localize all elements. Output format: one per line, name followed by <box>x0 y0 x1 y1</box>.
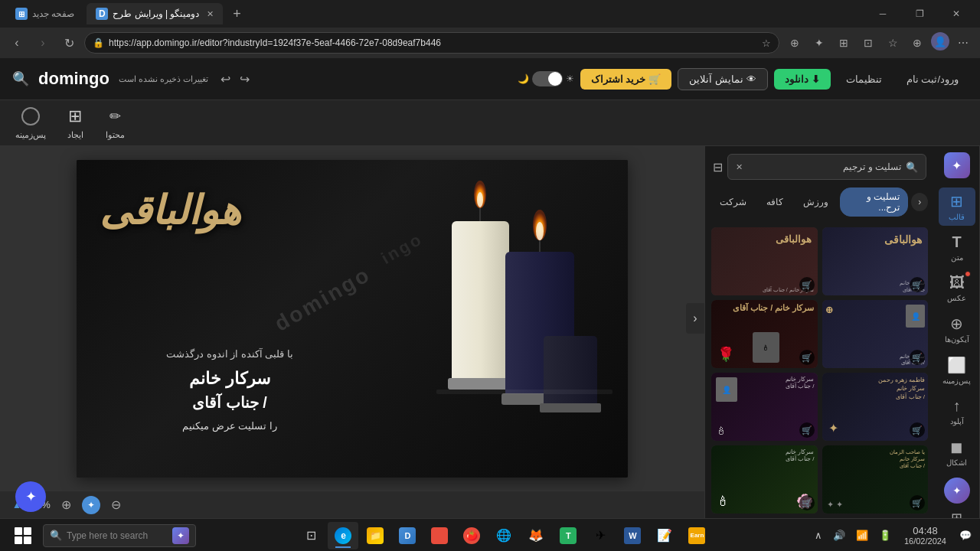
template-search-input[interactable] <box>747 161 901 172</box>
back-button[interactable]: ‹ <box>6 32 28 54</box>
tab-cafe[interactable]: کافه <box>758 193 792 211</box>
forward-button[interactable]: › <box>32 32 54 54</box>
copilot-icon[interactable]: ✦ <box>172 527 189 544</box>
undo-button[interactable]: ↩ <box>217 70 234 88</box>
sidebar-item-shapes[interactable]: ◼ اشکال <box>939 433 975 471</box>
ai-icon-top[interactable]: ✦ <box>944 152 970 178</box>
template-card-3[interactable]: 👤 سرکار خانم/جناب آقای ⊕ 🛒 <box>822 300 929 368</box>
cart-icon-2[interactable]: 🛒 <box>799 277 815 292</box>
tab-company[interactable]: شرکت <box>711 193 755 211</box>
extension-icon-5[interactable]: ☆ <box>882 32 903 54</box>
address-bar[interactable]: 🔒 https://app.domingo.ir/editor?industry… <box>84 32 779 54</box>
sidebar-item-icons[interactable]: ⊕ آیکون‌ها <box>939 310 975 348</box>
settings-button[interactable]: تنظیمات <box>837 69 891 90</box>
browser-tab-new[interactable]: ⊞ صفحه جدید <box>6 3 83 24</box>
taskbar-app-orange[interactable] <box>424 522 455 549</box>
taskbar-app-taskview[interactable]: ⊡ <box>296 522 326 549</box>
tab-close-icon[interactable]: ✕ <box>207 9 214 19</box>
explorer-icon: 📁 <box>367 527 384 544</box>
taskbar-app-green[interactable]: T <box>553 522 583 549</box>
browser-tab-active[interactable]: D دومینگو | ویرایش طرح ✕ <box>87 3 223 24</box>
taskbar-app-chrome[interactable]: 🌐 <box>488 522 519 549</box>
bookmark-icon[interactable]: ☆ <box>762 37 771 49</box>
windows-icon <box>15 527 31 544</box>
more-menu-button[interactable]: ⋯ <box>952 32 974 54</box>
theme-toggle[interactable]: 🌙 ☀ <box>518 71 574 86</box>
extension-icon-1[interactable]: ⊕ <box>784 32 805 54</box>
sidebar-item-background[interactable]: ⬜ پس‌زمینه <box>939 351 975 390</box>
cart-icon-5[interactable]: 🛒 <box>910 422 925 438</box>
domingo-icon: D <box>399 527 416 544</box>
taskbar-app-ff[interactable]: 🦊 <box>521 522 551 549</box>
content-tool[interactable]: ✏ محتوا <box>104 106 126 140</box>
zoom-in-button[interactable]: ⊕ <box>57 496 76 514</box>
tray-network[interactable]: 📶 <box>854 528 871 543</box>
taskbar-app-earn[interactable]: Earn <box>681 522 712 549</box>
canvas-container[interactable]: › <box>0 146 704 491</box>
download-button[interactable]: ⬇ دانلود <box>774 69 831 90</box>
tray-expand[interactable]: ∧ <box>812 528 825 543</box>
cart-icon-8[interactable]: 🛒 <box>799 495 815 510</box>
sidebar-item-template[interactable]: ⊞ قالب <box>939 187 975 226</box>
active-tab-icon: D <box>96 8 108 20</box>
taskbar-app-telegram[interactable]: ✈ <box>585 522 616 549</box>
maximize-button[interactable]: ❐ <box>902 2 937 25</box>
redo-button[interactable]: ↪ <box>237 70 253 88</box>
extension-icon-6[interactable]: ⊕ <box>906 32 928 54</box>
minimize-button[interactable]: ─ <box>865 2 900 25</box>
cart-icon-3[interactable]: 🛒 <box>910 350 925 365</box>
cart-icon-6[interactable]: 🛒 <box>799 422 815 438</box>
sidebar-item-avatar[interactable]: ✦ <box>944 478 970 504</box>
zoom-out-button[interactable]: ⊖ <box>106 496 126 514</box>
close-button[interactable]: ✕ <box>939 2 974 25</box>
tab-sport[interactable]: ورزش <box>795 193 837 211</box>
new-tab-icon: ⊞ <box>15 8 28 20</box>
cart-icon-1[interactable]: 🛒 <box>910 277 925 292</box>
template-card-4[interactable]: سرکار خانم / جناب آقای 🌹 🕯 🛒 <box>711 300 818 368</box>
new-tab-button[interactable]: + <box>226 3 247 24</box>
template-card-1[interactable]: سرکار خانمجناب آقای هوالباقی 🛒 <box>822 227 929 295</box>
profile-icon[interactable]: 👤 <box>931 32 949 51</box>
template-card-5[interactable]: فاطمه زهره رحمنسرکار خانم/ جناب آقای ✦ 🛒 <box>822 373 929 441</box>
template-card-8[interactable]: سرکار خانم/ جناب آقای 🌸 🕯 🛒 <box>711 445 818 514</box>
filter-icon[interactable]: ⊟ <box>713 160 723 174</box>
clear-search-icon[interactable]: ✕ <box>736 162 743 172</box>
panel-toggle-arrow[interactable]: › <box>686 303 704 334</box>
taskbar-app-word[interactable]: W <box>617 522 648 549</box>
extension-icon-3[interactable]: ⊞ <box>833 32 854 54</box>
tab-tasliat[interactable]: تسلیت و ترح‌... <box>840 187 908 217</box>
ai-assist-button[interactable]: ✦ <box>82 496 100 514</box>
taskbar-app-notes[interactable]: 📝 <box>649 522 680 549</box>
extension-icon-4[interactable]: ⊡ <box>858 32 879 54</box>
tray-battery[interactable]: 🔋 <box>877 528 893 543</box>
taskbar-app-pomodoro[interactable]: 🍅 <box>456 522 487 549</box>
taskbar-app-edge[interactable]: e <box>328 522 358 549</box>
template-card-6[interactable]: سرکار خانم/ جناب آقای 🕯 👤 🛒 <box>711 373 818 441</box>
background-tool[interactable]: پس‌زمینه <box>15 106 46 140</box>
tray-volume[interactable]: 🔊 <box>831 528 848 543</box>
panel-search-bar[interactable]: 🔍 ✕ <box>727 154 926 180</box>
refresh-button[interactable]: ↻ <box>58 32 80 54</box>
taskbar-app-domingo[interactable]: D <box>392 522 423 549</box>
add-tool[interactable]: ⊞ ایجاد <box>64 106 86 140</box>
online-preview-button[interactable]: 👁 نمایش آنلاین <box>678 68 768 90</box>
extension-icon-2[interactable]: ✦ <box>808 32 830 54</box>
tray-notification[interactable]: 💬 <box>957 528 974 543</box>
template-card-7[interactable]: یا صاحب الزمانسرکار خانم/ جناب آقای ✦ ✦ … <box>822 445 929 514</box>
nav-search-icon[interactable]: 🔍 <box>12 70 29 87</box>
signup-button[interactable]: ورود/ثبت نام <box>897 69 968 90</box>
magic-wand-button[interactable]: ✦ <box>15 481 46 512</box>
sidebar-item-text[interactable]: T متن <box>939 229 975 266</box>
tabs-scroll-left[interactable]: ‹ <box>911 193 928 211</box>
cart-icon-7[interactable]: 🛒 <box>910 495 925 510</box>
cart-icon-4[interactable]: 🛒 <box>799 350 815 365</box>
template-card-2[interactable]: هوالباقی سرکار خانم / جناب آقای 🛒 <box>711 227 818 295</box>
buy-subscription-button[interactable]: 🛒 خرید اشتراک <box>580 69 672 90</box>
taskbar-search-bar[interactable]: 🔍 Type here to search ✦ <box>43 524 196 547</box>
start-button[interactable] <box>6 523 40 549</box>
sidebar-item-upload[interactable]: ↑ آپلود <box>939 393 975 430</box>
system-clock[interactable]: 04:48 16/02/2024 <box>900 523 951 547</box>
sidebar-item-link[interactable]: ⊞ <box>951 510 962 518</box>
taskbar-app-explorer[interactable]: 📁 <box>360 522 390 549</box>
canvas-area: › <box>0 146 704 518</box>
